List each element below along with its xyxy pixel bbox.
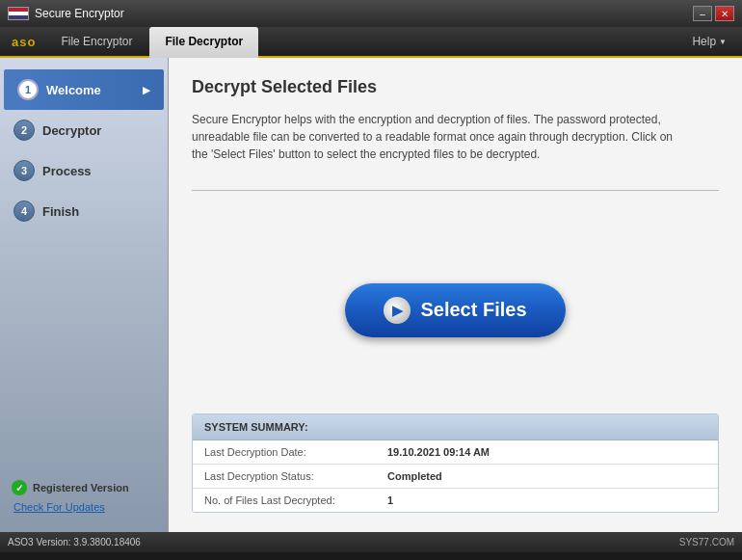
step-4-circle: 4 (13, 200, 35, 222)
summary-row-status: Last Decryption Status: Completed (193, 465, 718, 489)
main-area: 1 Welcome ▶ 2 Decryptor 3 Process 4 Fini… (0, 58, 742, 532)
content-divider (192, 190, 719, 191)
help-menu[interactable]: Help ▼ (680, 27, 738, 56)
step-1-circle: 1 (17, 79, 39, 100)
flag-icon (8, 7, 29, 20)
tab-file-encryptor[interactable]: File Encryptor (45, 27, 147, 56)
content-description: Secure Encryptor helps with the encrypti… (192, 111, 674, 163)
app-title: Secure Encryptor (35, 7, 124, 20)
title-bar: Secure Encryptor – ✕ (0, 0, 742, 27)
registered-status: ✓ Registered Version (12, 480, 156, 495)
step-1-label: Welcome (46, 83, 101, 97)
status-bar: ASO3 Version: 3.9.3800.18406 SYS77.COM (0, 532, 742, 552)
registered-check-icon: ✓ (12, 480, 27, 495)
step-1-arrow-icon: ▶ (143, 85, 150, 95)
step-3-label: Process (42, 164, 92, 178)
close-button[interactable]: ✕ (715, 6, 734, 21)
step-3-circle: 3 (13, 160, 35, 181)
tab-file-decryptor[interactable]: File Decryptor (149, 27, 258, 58)
summary-label-count: No. of Files Last Decrypted: (204, 494, 387, 506)
check-updates-link[interactable]: Check For Updates (13, 501, 156, 513)
help-arrow-icon: ▼ (719, 38, 727, 46)
sidebar-item-finish[interactable]: 4 Finish (0, 191, 168, 231)
summary-row-date: Last Decryption Date: 19.10.2021 09:14 A… (193, 440, 718, 465)
sidebar-item-welcome[interactable]: 1 Welcome ▶ (4, 69, 164, 110)
sidebar: 1 Welcome ▶ 2 Decryptor 3 Process 4 Fini… (0, 58, 169, 532)
system-summary-box: SYSTEM SUMMARY: Last Decryption Date: 19… (192, 413, 719, 513)
page-title: Decrypt Selected Files (192, 77, 719, 97)
brand-label: SYS77.COM (679, 537, 734, 547)
sidebar-item-decryptor[interactable]: 2 Decryptor (0, 110, 168, 150)
summary-value-count: 1 (387, 494, 393, 506)
select-files-area: ▶ Select Files (192, 214, 719, 406)
summary-label-status: Last Decryption Status: (204, 470, 387, 482)
step-2-label: Decryptor (42, 123, 101, 138)
version-label: ASO3 Version: 3.9.3800.18406 (8, 537, 141, 547)
content-area: Decrypt Selected Files Secure Encryptor … (169, 58, 742, 532)
sidebar-item-process[interactable]: 3 Process (0, 150, 168, 191)
menu-bar: aso File Encryptor File Decryptor Help ▼ (0, 27, 742, 58)
sidebar-bottom: ✓ Registered Version Check For Updates (0, 472, 168, 520)
summary-value-status: Completed (387, 470, 442, 482)
step-4-label: Finish (42, 204, 79, 219)
summary-label-date: Last Decryption Date: (204, 446, 387, 458)
play-icon: ▶ (384, 297, 411, 324)
summary-header: SYSTEM SUMMARY: (193, 414, 718, 440)
window-controls: – ✕ (693, 6, 734, 21)
minimize-button[interactable]: – (693, 6, 712, 21)
select-files-button[interactable]: ▶ Select Files (345, 283, 565, 337)
step-2-circle: 2 (13, 120, 35, 141)
summary-value-date: 19.10.2021 09:14 AM (387, 446, 490, 458)
app-logo: aso (4, 27, 43, 56)
summary-row-count: No. of Files Last Decrypted: 1 (193, 489, 718, 512)
title-bar-left: Secure Encryptor (8, 7, 124, 20)
